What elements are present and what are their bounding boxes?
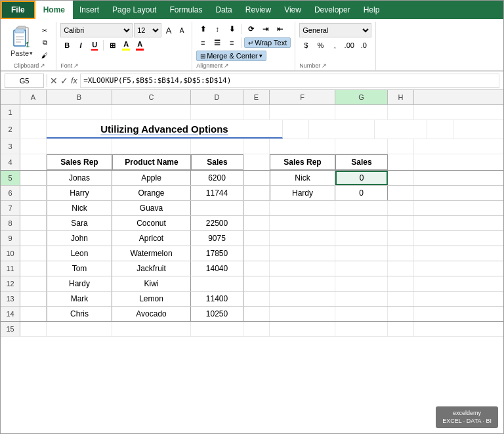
borders-button[interactable]: ⊞	[106, 39, 119, 51]
cell-H11[interactable]	[388, 261, 414, 276]
menu-view[interactable]: View	[278, 1, 308, 19]
font-color-button[interactable]: A	[133, 39, 146, 51]
cell-D4[interactable]: Sales	[191, 154, 243, 170]
dollar-button[interactable]: $	[299, 39, 312, 51]
cell-H4[interactable]	[388, 154, 414, 170]
cell-B4[interactable]: Sales Rep	[47, 154, 112, 170]
cell-F7[interactable]	[270, 201, 335, 215]
col-header-B[interactable]: B	[47, 90, 112, 104]
cell-F12[interactable]	[270, 276, 335, 291]
cell-H10[interactable]	[388, 246, 414, 261]
cell-G1[interactable]	[335, 105, 388, 119]
cell-C15[interactable]	[112, 322, 191, 336]
cell-H14[interactable]	[388, 307, 414, 321]
fill-color-button[interactable]: A	[119, 39, 133, 51]
row-header-6[interactable]: 6	[1, 186, 20, 200]
menu-review[interactable]: Review	[239, 1, 278, 19]
cut-button[interactable]: ✂	[37, 24, 52, 36]
menu-file[interactable]: File	[1, 1, 35, 19]
cell-F11[interactable]	[270, 261, 335, 276]
cell-G6[interactable]: 0	[335, 186, 388, 200]
cell-G7[interactable]	[335, 201, 388, 215]
cell-D15[interactable]	[191, 322, 243, 336]
cell-C10[interactable]: Watermelon	[112, 246, 191, 261]
align-top-button[interactable]: ⬆	[196, 23, 209, 35]
col-header-D[interactable]: D	[191, 90, 243, 104]
underline-button[interactable]: U	[88, 39, 101, 51]
row-header-5[interactable]: 5	[1, 171, 20, 185]
cell-H8[interactable]	[388, 216, 414, 230]
cell-B11[interactable]: Tom	[47, 261, 112, 276]
cell-A13[interactable]	[20, 292, 47, 306]
cell-C3[interactable]	[112, 139, 191, 154]
cell-B12[interactable]: Hardy	[47, 276, 112, 291]
cell-B10[interactable]: Leon	[47, 246, 112, 261]
align-right-button[interactable]: ≡	[225, 37, 238, 49]
cell-G2[interactable]	[375, 120, 427, 139]
cell-E6[interactable]	[243, 186, 270, 200]
cell-C9[interactable]: Apricot	[112, 231, 191, 246]
cell-G4[interactable]: Sales	[335, 154, 388, 170]
copy-button[interactable]: ⧉	[37, 37, 52, 49]
cell-H12[interactable]	[388, 276, 414, 291]
clipboard-expand-icon[interactable]: ↗	[40, 62, 45, 69]
decimal-decrease-button[interactable]: .0	[357, 39, 370, 51]
cell-H3[interactable]	[388, 139, 414, 154]
cell-G3[interactable]	[335, 139, 388, 154]
text-direction-button[interactable]: ⟳	[244, 23, 257, 35]
cell-B14[interactable]: Chris	[47, 307, 112, 321]
cell-H13[interactable]	[388, 292, 414, 306]
menu-help[interactable]: Help	[357, 1, 387, 19]
row-header-7[interactable]: 7	[1, 201, 20, 215]
cell-H1[interactable]	[388, 105, 414, 119]
cell-E5[interactable]	[243, 171, 270, 185]
cell-B9[interactable]: John	[47, 231, 112, 246]
cell-F9[interactable]	[270, 231, 335, 246]
italic-button[interactable]: I	[74, 39, 87, 51]
row-header-2[interactable]: 2	[1, 120, 20, 139]
col-header-A[interactable]: A	[20, 90, 47, 104]
cell-C7[interactable]: Guava	[112, 201, 191, 215]
cell-F5[interactable]: Nick	[270, 171, 335, 185]
cell-E15[interactable]	[243, 322, 270, 336]
cell-H5[interactable]	[388, 171, 414, 185]
cell-E1[interactable]	[243, 105, 270, 119]
format-painter-button[interactable]: 🖌	[37, 49, 52, 61]
menu-developer[interactable]: Developer	[308, 1, 357, 19]
cell-A3[interactable]	[20, 139, 47, 154]
cell-B13[interactable]: Mark	[47, 292, 112, 306]
cell-D13[interactable]: 11400	[191, 292, 243, 306]
menu-page-layout[interactable]: Page Layout	[106, 1, 163, 19]
font-expand-icon[interactable]: ↗	[74, 62, 79, 69]
number-expand-icon[interactable]: ↗	[322, 62, 327, 69]
wrap-text-button[interactable]: ↵ Wrap Text	[244, 37, 291, 48]
cell-C1[interactable]	[112, 105, 191, 119]
cell-B8[interactable]: Sara	[47, 216, 112, 230]
cell-A12[interactable]	[20, 276, 47, 291]
function-icon[interactable]: fx	[71, 76, 77, 85]
formula-input[interactable]	[80, 74, 499, 88]
cell-E12[interactable]	[243, 276, 270, 291]
cell-B6[interactable]: Harry	[47, 186, 112, 200]
comma-button[interactable]: ,	[328, 39, 341, 51]
cell-D11[interactable]: 14040	[191, 261, 243, 276]
row-header-3[interactable]: 3	[1, 139, 20, 154]
align-bottom-button[interactable]: ⬇	[225, 23, 238, 35]
cell-D10[interactable]: 17850	[191, 246, 243, 261]
cell-C13[interactable]: Lemon	[112, 292, 191, 306]
cell-D8[interactable]: 22500	[191, 216, 243, 230]
cell-B1[interactable]	[47, 105, 112, 119]
cell-H7[interactable]	[388, 201, 414, 215]
cell-G12[interactable]	[335, 276, 388, 291]
cell-B3[interactable]	[47, 139, 112, 154]
cell-E7[interactable]	[243, 201, 270, 215]
menu-home[interactable]: Home	[35, 1, 73, 19]
cell-B7[interactable]: Nick	[47, 201, 112, 215]
cell-B15[interactable]	[47, 322, 112, 336]
cell-H6[interactable]	[388, 186, 414, 200]
enter-icon[interactable]: ✓	[60, 76, 68, 86]
cell-H15[interactable]	[388, 322, 414, 336]
row-header-12[interactable]: 12	[1, 276, 20, 291]
indent-decrease-button[interactable]: ⇤	[273, 23, 286, 35]
cell-D5[interactable]: 6200	[191, 171, 243, 185]
